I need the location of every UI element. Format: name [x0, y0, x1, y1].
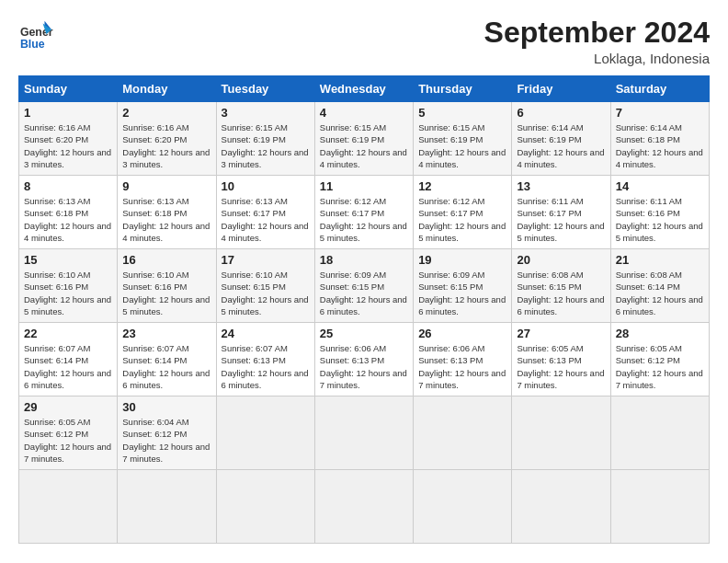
day-number: 6 — [517, 106, 605, 120]
day-number: 2 — [122, 106, 210, 120]
day-info: Sunrise: 6:06 AMSunset: 6:13 PMDaylight:… — [320, 342, 408, 391]
day-info: Sunrise: 6:14 AMSunset: 6:18 PMDaylight:… — [616, 121, 704, 170]
col-friday: Friday — [512, 76, 610, 102]
day-number: 14 — [616, 179, 704, 193]
table-row: 2Sunrise: 6:16 AMSunset: 6:20 PMDaylight… — [118, 102, 216, 176]
table-row: 6Sunrise: 6:14 AMSunset: 6:19 PMDaylight… — [512, 102, 610, 176]
day-info: Sunrise: 6:07 AMSunset: 6:14 PMDaylight:… — [122, 342, 210, 391]
day-info: Sunrise: 6:12 AMSunset: 6:17 PMDaylight:… — [418, 195, 506, 244]
day-number: 28 — [616, 327, 704, 340]
table-row: 14Sunrise: 6:11 AMSunset: 6:16 PMDayligh… — [610, 176, 709, 249]
day-info: Sunrise: 6:15 AMSunset: 6:19 PMDaylight:… — [222, 121, 310, 170]
table-row — [314, 396, 413, 470]
day-info: Sunrise: 6:05 AMSunset: 6:12 PMDaylight:… — [24, 416, 112, 465]
day-info: Sunrise: 6:16 AMSunset: 6:20 PMDaylight:… — [24, 121, 112, 170]
day-info: Sunrise: 6:09 AMSunset: 6:15 PMDaylight:… — [418, 269, 506, 317]
table-row: 19Sunrise: 6:09 AMSunset: 6:15 PMDayligh… — [414, 249, 512, 323]
day-info: Sunrise: 6:11 AMSunset: 6:17 PMDaylight:… — [517, 195, 605, 244]
day-number: 8 — [24, 179, 112, 193]
day-info: Sunrise: 6:15 AMSunset: 6:19 PMDaylight:… — [418, 121, 506, 170]
table-row — [19, 470, 118, 544]
day-number: 18 — [320, 253, 408, 267]
day-number: 7 — [616, 106, 704, 120]
day-number: 30 — [122, 400, 210, 414]
table-row: 16Sunrise: 6:10 AMSunset: 6:16 PMDayligh… — [118, 249, 216, 323]
day-number: 1 — [24, 106, 112, 120]
day-info: Sunrise: 6:07 AMSunset: 6:13 PMDaylight:… — [222, 342, 310, 391]
table-row: 21Sunrise: 6:08 AMSunset: 6:14 PMDayligh… — [610, 249, 709, 323]
col-tuesday: Tuesday — [216, 76, 314, 102]
day-number: 11 — [320, 179, 408, 193]
calendar-row: 1Sunrise: 6:16 AMSunset: 6:20 PMDaylight… — [19, 102, 710, 176]
col-saturday: Saturday — [610, 76, 709, 102]
table-row — [610, 470, 709, 544]
calendar-row — [19, 470, 710, 544]
day-number: 27 — [517, 327, 605, 340]
day-info: Sunrise: 6:10 AMSunset: 6:16 PMDaylight:… — [24, 269, 112, 317]
table-row: 22Sunrise: 6:07 AMSunset: 6:14 PMDayligh… — [19, 323, 118, 396]
table-row — [512, 470, 610, 544]
page: General Blue September 2024 Loklaga, Ind… — [0, 0, 728, 553]
calendar-row: 15Sunrise: 6:10 AMSunset: 6:16 PMDayligh… — [19, 249, 710, 323]
day-number: 26 — [418, 327, 506, 340]
day-number: 22 — [24, 327, 112, 340]
table-row: 29Sunrise: 6:05 AMSunset: 6:12 PMDayligh… — [19, 396, 118, 470]
logo-icon: General Blue — [18, 17, 53, 52]
table-row: 28Sunrise: 6:05 AMSunset: 6:12 PMDayligh… — [610, 323, 709, 396]
table-row — [610, 396, 709, 470]
calendar-row: 22Sunrise: 6:07 AMSunset: 6:14 PMDayligh… — [19, 323, 710, 396]
col-thursday: Thursday — [414, 76, 512, 102]
table-row — [414, 396, 512, 470]
table-row: 15Sunrise: 6:10 AMSunset: 6:16 PMDayligh… — [19, 249, 118, 323]
table-row: 17Sunrise: 6:10 AMSunset: 6:15 PMDayligh… — [216, 249, 314, 323]
day-info: Sunrise: 6:05 AMSunset: 6:13 PMDaylight:… — [517, 342, 605, 391]
calendar-row: 29Sunrise: 6:05 AMSunset: 6:12 PMDayligh… — [19, 396, 710, 470]
table-row: 8Sunrise: 6:13 AMSunset: 6:18 PMDaylight… — [19, 176, 118, 249]
day-info: Sunrise: 6:11 AMSunset: 6:16 PMDaylight:… — [616, 195, 704, 244]
day-info: Sunrise: 6:16 AMSunset: 6:20 PMDaylight:… — [122, 121, 210, 170]
day-info: Sunrise: 6:12 AMSunset: 6:17 PMDaylight:… — [320, 195, 408, 244]
day-info: Sunrise: 6:04 AMSunset: 6:12 PMDaylight:… — [122, 416, 210, 465]
calendar-row: 8Sunrise: 6:13 AMSunset: 6:18 PMDaylight… — [19, 176, 710, 249]
day-info: Sunrise: 6:14 AMSunset: 6:19 PMDaylight:… — [517, 121, 605, 170]
day-number: 12 — [418, 179, 506, 193]
day-info: Sunrise: 6:13 AMSunset: 6:18 PMDaylight:… — [24, 195, 112, 244]
table-row: 20Sunrise: 6:08 AMSunset: 6:15 PMDayligh… — [512, 249, 610, 323]
table-row: 23Sunrise: 6:07 AMSunset: 6:14 PMDayligh… — [118, 323, 216, 396]
day-info: Sunrise: 6:06 AMSunset: 6:13 PMDaylight:… — [418, 342, 506, 391]
table-row — [512, 396, 610, 470]
location-title: Loklaga, Indonesia — [484, 51, 710, 66]
table-row — [118, 470, 216, 544]
table-row: 10Sunrise: 6:13 AMSunset: 6:17 PMDayligh… — [216, 176, 314, 249]
day-number: 4 — [320, 106, 408, 120]
day-info: Sunrise: 6:05 AMSunset: 6:12 PMDaylight:… — [616, 342, 704, 391]
day-number: 15 — [24, 253, 112, 267]
day-number: 23 — [122, 327, 210, 340]
table-row: 25Sunrise: 6:06 AMSunset: 6:13 PMDayligh… — [314, 323, 413, 396]
table-row: 9Sunrise: 6:13 AMSunset: 6:18 PMDaylight… — [118, 176, 216, 249]
day-info: Sunrise: 6:08 AMSunset: 6:15 PMDaylight:… — [517, 269, 605, 317]
day-number: 25 — [320, 327, 408, 340]
table-row: 3Sunrise: 6:15 AMSunset: 6:19 PMDaylight… — [216, 102, 314, 176]
table-row: 4Sunrise: 6:15 AMSunset: 6:19 PMDaylight… — [314, 102, 413, 176]
day-number: 20 — [517, 253, 605, 267]
calendar-table: Sunday Monday Tuesday Wednesday Thursday… — [18, 75, 710, 544]
table-row — [216, 470, 314, 544]
table-row: 30Sunrise: 6:04 AMSunset: 6:12 PMDayligh… — [118, 396, 216, 470]
header: General Blue September 2024 Loklaga, Ind… — [18, 17, 710, 66]
col-monday: Monday — [118, 76, 216, 102]
table-row: 7Sunrise: 6:14 AMSunset: 6:18 PMDaylight… — [610, 102, 709, 176]
day-info: Sunrise: 6:15 AMSunset: 6:19 PMDaylight:… — [320, 121, 408, 170]
day-number: 24 — [222, 327, 310, 340]
table-row: 18Sunrise: 6:09 AMSunset: 6:15 PMDayligh… — [314, 249, 413, 323]
day-info: Sunrise: 6:07 AMSunset: 6:14 PMDaylight:… — [24, 342, 112, 391]
logo: General Blue — [18, 17, 57, 52]
month-title: September 2024 — [484, 17, 710, 49]
day-number: 13 — [517, 179, 605, 193]
day-number: 3 — [222, 106, 310, 120]
table-row: 24Sunrise: 6:07 AMSunset: 6:13 PMDayligh… — [216, 323, 314, 396]
day-number: 17 — [222, 253, 310, 267]
calendar-header-row: Sunday Monday Tuesday Wednesday Thursday… — [19, 76, 710, 102]
table-row: 12Sunrise: 6:12 AMSunset: 6:17 PMDayligh… — [414, 176, 512, 249]
day-info: Sunrise: 6:13 AMSunset: 6:18 PMDaylight:… — [122, 195, 210, 244]
